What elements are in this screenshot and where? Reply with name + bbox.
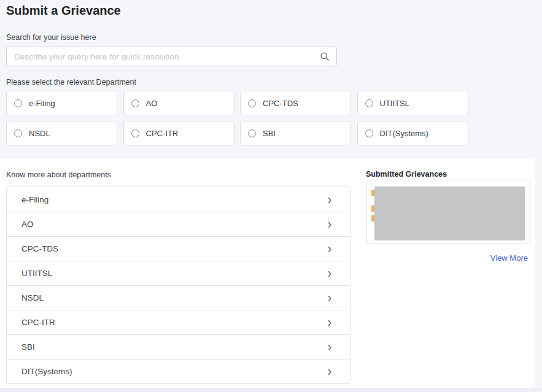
department-option-label: DIT(Systems) <box>380 129 428 138</box>
department-info-row-utiitsl[interactable]: UTIITSL › <box>7 261 350 285</box>
radio-button[interactable] <box>131 129 139 137</box>
department-info-row-nsdl[interactable]: NSDL › <box>7 285 350 310</box>
department-radio-grid: e-Filing AO CPC-TDS UTIITSL NSDL CPC-ITR <box>6 91 468 145</box>
know-more-label: Know more about departments <box>6 171 111 179</box>
chevron-right-icon: › <box>328 218 331 231</box>
department-option-label: CPC-ITR <box>146 129 179 138</box>
radio-button[interactable] <box>365 99 373 107</box>
department-info-list: e-Filing › AO › CPC-TDS › UTIITSL › NSDL… <box>6 186 350 384</box>
search-field-label: Search for your issue here <box>6 33 96 42</box>
department-option-label: AO <box>146 99 158 108</box>
redaction-highlight-mark <box>371 206 374 212</box>
department-option-label: SBI <box>263 129 276 138</box>
radio-button[interactable] <box>248 129 256 137</box>
radio-button[interactable] <box>365 129 373 137</box>
department-info-row-dit-systems[interactable]: DIT(Systems) › <box>7 359 350 383</box>
department-info-label: e-Filing <box>21 195 48 204</box>
submit-grievance-page: Submit a Grievance Search for your issue… <box>0 0 542 392</box>
footer-strip <box>0 388 542 392</box>
department-option-nsdl[interactable]: NSDL <box>6 121 117 145</box>
department-option-e-filing[interactable]: e-Filing <box>6 91 117 115</box>
scrollbar-track[interactable] <box>535 0 542 392</box>
department-info-row-cpc-itr[interactable]: CPC-ITR › <box>7 310 350 334</box>
department-info-label: UTIITSL <box>21 269 52 278</box>
radio-button[interactable] <box>131 99 139 107</box>
chevron-right-icon: › <box>328 267 331 280</box>
department-option-label: UTIITSL <box>380 99 409 108</box>
chevron-right-icon: › <box>328 242 331 256</box>
department-info-row-ao[interactable]: AO › <box>7 212 350 236</box>
department-info-label: CPC-TDS <box>21 244 58 253</box>
department-option-cpc-itr[interactable]: CPC-ITR <box>123 121 234 145</box>
department-option-sbi[interactable]: SBI <box>240 121 351 145</box>
chevron-right-icon: › <box>328 291 331 305</box>
department-info-row-cpc-tds[interactable]: CPC-TDS › <box>7 236 350 261</box>
chevron-right-icon: › <box>328 316 331 329</box>
page-title: Submit a Grievance <box>6 4 121 18</box>
radio-button[interactable] <box>248 99 256 107</box>
department-info-row-sbi[interactable]: SBI › <box>7 334 350 359</box>
redacted-content-block <box>374 186 525 240</box>
redaction-highlight-mark <box>371 215 374 221</box>
radio-button[interactable] <box>14 129 22 137</box>
department-option-label: e-Filing <box>29 99 55 108</box>
department-option-cpc-tds[interactable]: CPC-TDS <box>240 91 351 115</box>
search-input[interactable] <box>6 47 337 66</box>
department-info-row-e-filing[interactable]: e-Filing › <box>7 187 350 212</box>
search-box <box>6 47 337 66</box>
grievance-form-section: Submit a Grievance Search for your issue… <box>0 0 542 158</box>
submitted-grievances-card <box>366 180 530 244</box>
redaction-highlight-mark <box>371 190 374 196</box>
chevron-right-icon: › <box>328 340 331 354</box>
department-select-label: Please select the relevant Department <box>6 78 136 86</box>
department-option-label: CPC-TDS <box>263 99 298 108</box>
department-option-dit-systems[interactable]: DIT(Systems) <box>357 121 468 145</box>
department-option-label: NSDL <box>29 129 50 138</box>
department-info-label: CPC-ITR <box>21 318 55 327</box>
department-info-label: DIT(Systems) <box>21 367 72 376</box>
submitted-grievances-title: Submitted Grievances <box>366 170 447 179</box>
view-more-link[interactable]: View More <box>366 253 528 263</box>
chevron-right-icon: › <box>328 365 331 379</box>
search-icon[interactable] <box>320 52 330 61</box>
department-info-label: NSDL <box>21 293 44 302</box>
department-info-label: AO <box>21 220 34 229</box>
department-option-ao[interactable]: AO <box>123 91 234 115</box>
department-info-label: SBI <box>21 342 35 352</box>
department-option-utiitsl[interactable]: UTIITSL <box>357 91 468 115</box>
radio-button[interactable] <box>14 99 22 107</box>
chevron-right-icon: › <box>328 193 331 206</box>
